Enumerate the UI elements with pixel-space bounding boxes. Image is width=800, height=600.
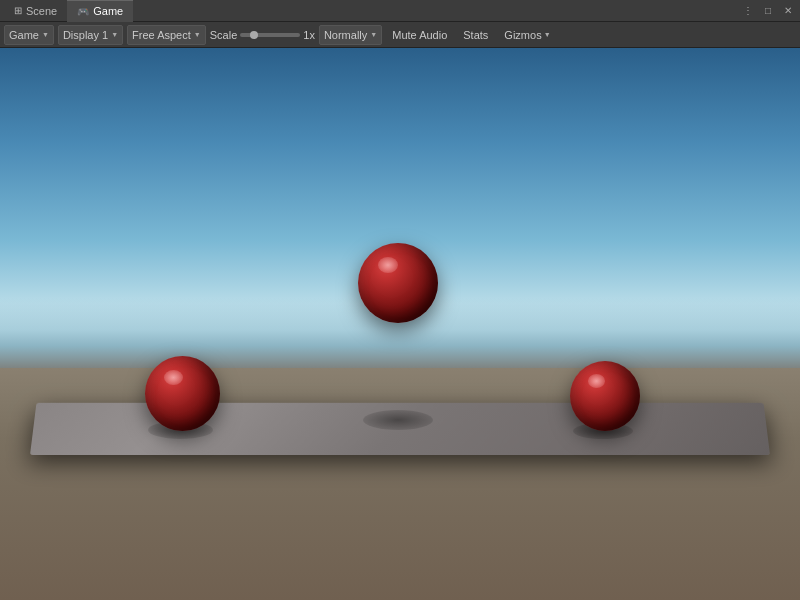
playmode-dropdown-arrow: ▼: [370, 31, 377, 38]
gizmos-label: Gizmos: [504, 29, 541, 41]
scale-control: Scale 1x: [210, 29, 315, 41]
scale-slider[interactable]: [240, 33, 300, 37]
scale-thumb[interactable]: [250, 31, 258, 39]
tab-bar: ⊞ Scene 🎮 Game ⋮ □ ✕: [0, 0, 800, 22]
aspect-dropdown-label: Free Aspect: [132, 29, 191, 41]
playmode-dropdown[interactable]: Normally ▼: [319, 25, 382, 45]
sphere-center: [358, 243, 438, 323]
display-dropdown-label: Display 1: [63, 29, 108, 41]
display-dropdown[interactable]: Display 1 ▼: [58, 25, 123, 45]
mute-audio-label: Mute Audio: [392, 29, 447, 41]
tab-game-label: Game: [93, 5, 123, 17]
tab-scene[interactable]: ⊞ Scene: [4, 0, 67, 22]
display-dropdown-arrow: ▼: [111, 31, 118, 38]
maximize-button[interactable]: □: [760, 3, 776, 19]
scene-icon: ⊞: [14, 5, 22, 16]
scale-label: Scale: [210, 29, 238, 41]
aspect-dropdown-arrow: ▼: [194, 31, 201, 38]
gizmos-button[interactable]: Gizmos ▼: [498, 25, 556, 45]
game-viewport: [0, 48, 800, 600]
game-dropdown[interactable]: Game ▼: [4, 25, 54, 45]
sphere-shadow-center: [363, 410, 433, 430]
close-button[interactable]: ✕: [780, 3, 796, 19]
toolbar: Game ▼ Display 1 ▼ Free Aspect ▼ Scale 1…: [0, 22, 800, 48]
stats-label: Stats: [463, 29, 488, 41]
tab-game[interactable]: 🎮 Game: [67, 0, 133, 22]
stats-button[interactable]: Stats: [457, 25, 494, 45]
game-icon: 🎮: [77, 6, 89, 17]
sphere-left: [145, 356, 220, 431]
scale-value: 1x: [303, 29, 315, 41]
game-dropdown-label: Game: [9, 29, 39, 41]
playmode-label: Normally: [324, 29, 367, 41]
sphere-right: [570, 361, 640, 431]
tab-scene-label: Scene: [26, 5, 57, 17]
game-dropdown-arrow: ▼: [42, 31, 49, 38]
window-controls: ⋮ □ ✕: [740, 3, 796, 19]
menu-button[interactable]: ⋮: [740, 3, 756, 19]
gizmos-dropdown-arrow: ▼: [544, 31, 551, 38]
mute-audio-button[interactable]: Mute Audio: [386, 25, 453, 45]
aspect-dropdown[interactable]: Free Aspect ▼: [127, 25, 206, 45]
